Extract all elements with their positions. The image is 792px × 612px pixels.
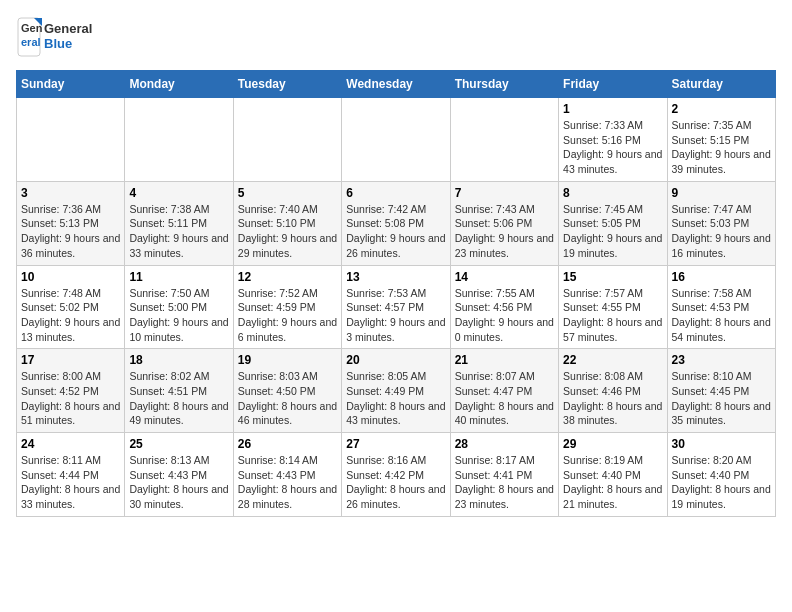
day-number: 14 (455, 270, 554, 284)
day-number: 30 (672, 437, 771, 451)
day-info: Sunrise: 7:55 AM Sunset: 4:56 PM Dayligh… (455, 286, 554, 345)
calendar-cell: 30Sunrise: 8:20 AM Sunset: 4:40 PM Dayli… (667, 433, 775, 517)
day-info: Sunrise: 7:45 AM Sunset: 5:05 PM Dayligh… (563, 202, 662, 261)
calendar-cell (342, 98, 450, 182)
day-info: Sunrise: 8:13 AM Sunset: 4:43 PM Dayligh… (129, 453, 228, 512)
calendar-cell: 22Sunrise: 8:08 AM Sunset: 4:46 PM Dayli… (559, 349, 667, 433)
day-number: 15 (563, 270, 662, 284)
calendar-week-2: 3Sunrise: 7:36 AM Sunset: 5:13 PM Daylig… (17, 181, 776, 265)
day-info: Sunrise: 8:17 AM Sunset: 4:41 PM Dayligh… (455, 453, 554, 512)
calendar-cell: 11Sunrise: 7:50 AM Sunset: 5:00 PM Dayli… (125, 265, 233, 349)
day-number: 4 (129, 186, 228, 200)
calendar-cell: 12Sunrise: 7:52 AM Sunset: 4:59 PM Dayli… (233, 265, 341, 349)
day-info: Sunrise: 8:10 AM Sunset: 4:45 PM Dayligh… (672, 369, 771, 428)
calendar-cell: 19Sunrise: 8:03 AM Sunset: 4:50 PM Dayli… (233, 349, 341, 433)
calendar-cell: 16Sunrise: 7:58 AM Sunset: 4:53 PM Dayli… (667, 265, 775, 349)
calendar-cell: 25Sunrise: 8:13 AM Sunset: 4:43 PM Dayli… (125, 433, 233, 517)
calendar-cell (17, 98, 125, 182)
day-number: 5 (238, 186, 337, 200)
day-number: 9 (672, 186, 771, 200)
day-number: 6 (346, 186, 445, 200)
day-number: 8 (563, 186, 662, 200)
day-info: Sunrise: 7:58 AM Sunset: 4:53 PM Dayligh… (672, 286, 771, 345)
day-info: Sunrise: 7:57 AM Sunset: 4:55 PM Dayligh… (563, 286, 662, 345)
calendar-cell: 13Sunrise: 7:53 AM Sunset: 4:57 PM Dayli… (342, 265, 450, 349)
svg-text:General: General (44, 21, 92, 36)
calendar-week-4: 17Sunrise: 8:00 AM Sunset: 4:52 PM Dayli… (17, 349, 776, 433)
calendar-cell: 6Sunrise: 7:42 AM Sunset: 5:08 PM Daylig… (342, 181, 450, 265)
calendar-header-row: SundayMondayTuesdayWednesdayThursdayFrid… (17, 71, 776, 98)
day-info: Sunrise: 8:16 AM Sunset: 4:42 PM Dayligh… (346, 453, 445, 512)
col-header-tuesday: Tuesday (233, 71, 341, 98)
day-number: 11 (129, 270, 228, 284)
calendar-cell: 1Sunrise: 7:33 AM Sunset: 5:16 PM Daylig… (559, 98, 667, 182)
day-number: 18 (129, 353, 228, 367)
logo: General Blue Gen eral (16, 16, 96, 58)
calendar-cell (125, 98, 233, 182)
day-number: 25 (129, 437, 228, 451)
calendar-cell: 7Sunrise: 7:43 AM Sunset: 5:06 PM Daylig… (450, 181, 558, 265)
calendar-week-1: 1Sunrise: 7:33 AM Sunset: 5:16 PM Daylig… (17, 98, 776, 182)
day-number: 3 (21, 186, 120, 200)
calendar-week-5: 24Sunrise: 8:11 AM Sunset: 4:44 PM Dayli… (17, 433, 776, 517)
day-info: Sunrise: 7:40 AM Sunset: 5:10 PM Dayligh… (238, 202, 337, 261)
day-info: Sunrise: 8:08 AM Sunset: 4:46 PM Dayligh… (563, 369, 662, 428)
day-info: Sunrise: 7:36 AM Sunset: 5:13 PM Dayligh… (21, 202, 120, 261)
day-number: 28 (455, 437, 554, 451)
calendar-table: SundayMondayTuesdayWednesdayThursdayFrid… (16, 70, 776, 517)
day-info: Sunrise: 8:02 AM Sunset: 4:51 PM Dayligh… (129, 369, 228, 428)
day-info: Sunrise: 7:43 AM Sunset: 5:06 PM Dayligh… (455, 202, 554, 261)
day-info: Sunrise: 8:07 AM Sunset: 4:47 PM Dayligh… (455, 369, 554, 428)
calendar-cell: 23Sunrise: 8:10 AM Sunset: 4:45 PM Dayli… (667, 349, 775, 433)
calendar-cell: 14Sunrise: 7:55 AM Sunset: 4:56 PM Dayli… (450, 265, 558, 349)
calendar-cell (233, 98, 341, 182)
page-header: General Blue Gen eral (16, 16, 776, 58)
calendar-cell: 15Sunrise: 7:57 AM Sunset: 4:55 PM Dayli… (559, 265, 667, 349)
calendar-week-3: 10Sunrise: 7:48 AM Sunset: 5:02 PM Dayli… (17, 265, 776, 349)
day-info: Sunrise: 7:33 AM Sunset: 5:16 PM Dayligh… (563, 118, 662, 177)
day-info: Sunrise: 8:19 AM Sunset: 4:40 PM Dayligh… (563, 453, 662, 512)
day-number: 21 (455, 353, 554, 367)
day-number: 7 (455, 186, 554, 200)
day-info: Sunrise: 8:11 AM Sunset: 4:44 PM Dayligh… (21, 453, 120, 512)
day-number: 17 (21, 353, 120, 367)
calendar-cell: 5Sunrise: 7:40 AM Sunset: 5:10 PM Daylig… (233, 181, 341, 265)
day-info: Sunrise: 8:14 AM Sunset: 4:43 PM Dayligh… (238, 453, 337, 512)
col-header-sunday: Sunday (17, 71, 125, 98)
col-header-saturday: Saturday (667, 71, 775, 98)
col-header-wednesday: Wednesday (342, 71, 450, 98)
day-info: Sunrise: 7:35 AM Sunset: 5:15 PM Dayligh… (672, 118, 771, 177)
day-number: 22 (563, 353, 662, 367)
calendar-cell: 4Sunrise: 7:38 AM Sunset: 5:11 PM Daylig… (125, 181, 233, 265)
day-number: 23 (672, 353, 771, 367)
day-info: Sunrise: 7:38 AM Sunset: 5:11 PM Dayligh… (129, 202, 228, 261)
calendar-cell: 2Sunrise: 7:35 AM Sunset: 5:15 PM Daylig… (667, 98, 775, 182)
calendar-cell (450, 98, 558, 182)
calendar-cell: 17Sunrise: 8:00 AM Sunset: 4:52 PM Dayli… (17, 349, 125, 433)
calendar-cell: 10Sunrise: 7:48 AM Sunset: 5:02 PM Dayli… (17, 265, 125, 349)
calendar-cell: 29Sunrise: 8:19 AM Sunset: 4:40 PM Dayli… (559, 433, 667, 517)
logo-svg: General Blue Gen eral (16, 16, 96, 58)
calendar-cell: 9Sunrise: 7:47 AM Sunset: 5:03 PM Daylig… (667, 181, 775, 265)
svg-text:Gen: Gen (21, 22, 43, 34)
calendar-cell: 21Sunrise: 8:07 AM Sunset: 4:47 PM Dayli… (450, 349, 558, 433)
day-number: 29 (563, 437, 662, 451)
day-info: Sunrise: 7:48 AM Sunset: 5:02 PM Dayligh… (21, 286, 120, 345)
col-header-monday: Monday (125, 71, 233, 98)
day-number: 19 (238, 353, 337, 367)
day-info: Sunrise: 8:20 AM Sunset: 4:40 PM Dayligh… (672, 453, 771, 512)
day-info: Sunrise: 8:05 AM Sunset: 4:49 PM Dayligh… (346, 369, 445, 428)
day-number: 10 (21, 270, 120, 284)
day-number: 20 (346, 353, 445, 367)
svg-text:Blue: Blue (44, 36, 72, 51)
calendar-cell: 18Sunrise: 8:02 AM Sunset: 4:51 PM Dayli… (125, 349, 233, 433)
day-number: 26 (238, 437, 337, 451)
day-info: Sunrise: 7:52 AM Sunset: 4:59 PM Dayligh… (238, 286, 337, 345)
day-info: Sunrise: 7:42 AM Sunset: 5:08 PM Dayligh… (346, 202, 445, 261)
day-info: Sunrise: 8:00 AM Sunset: 4:52 PM Dayligh… (21, 369, 120, 428)
day-number: 24 (21, 437, 120, 451)
col-header-friday: Friday (559, 71, 667, 98)
calendar-cell: 24Sunrise: 8:11 AM Sunset: 4:44 PM Dayli… (17, 433, 125, 517)
day-info: Sunrise: 7:50 AM Sunset: 5:00 PM Dayligh… (129, 286, 228, 345)
calendar-cell: 26Sunrise: 8:14 AM Sunset: 4:43 PM Dayli… (233, 433, 341, 517)
